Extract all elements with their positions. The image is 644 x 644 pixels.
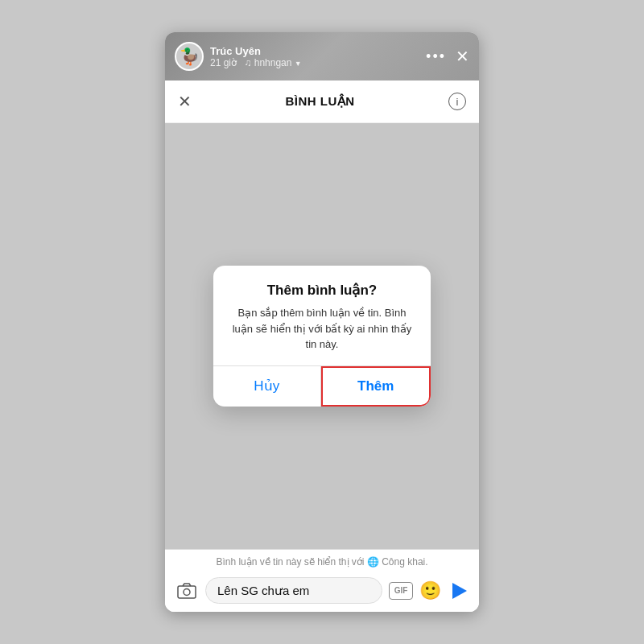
public-notice: Bình luận về tin này sẽ hiển thị với 🌐 C… bbox=[165, 550, 479, 571]
emoji-button[interactable]: 🙂 bbox=[419, 580, 441, 601]
phone-container: 🦆 Trúc Uyên 21 giờ ♫ hnhngan ▼ ••• ✕ ✕ B… bbox=[165, 32, 479, 612]
story-actions: ••• ✕ bbox=[426, 47, 469, 66]
svg-rect-2 bbox=[178, 586, 196, 598]
dialog-buttons: Hủy Thêm bbox=[213, 365, 431, 407]
story-chevron: ▼ bbox=[295, 60, 302, 68]
dialog-message: Bạn sắp thêm bình luận về tin. Bình luận… bbox=[229, 305, 415, 353]
gif-button[interactable]: GIF bbox=[389, 582, 413, 600]
close-story-icon[interactable]: ✕ bbox=[456, 47, 469, 66]
dialog-title: Thêm bình luận? bbox=[229, 282, 415, 299]
story-header: 🦆 Trúc Uyên 21 giờ ♫ hnhngan ▼ ••• ✕ bbox=[165, 32, 479, 80]
comment-input[interactable] bbox=[205, 577, 382, 604]
comment-panel-title: BÌNH LUẬN bbox=[285, 94, 354, 109]
close-comment-button[interactable]: ✕ bbox=[178, 92, 192, 111]
dialog-overlay: Thêm bình luận? Bạn sắp thêm bình luận v… bbox=[165, 123, 479, 549]
story-username: Trúc Uyên bbox=[210, 45, 426, 57]
info-button[interactable]: i bbox=[448, 93, 466, 110]
avatar: 🦆 bbox=[175, 42, 204, 71]
send-button[interactable] bbox=[448, 579, 472, 603]
story-time: 21 giờ ♫ hnhngan ▼ bbox=[210, 57, 426, 68]
svg-point-3 bbox=[184, 588, 190, 595]
comment-panel: ✕ BÌNH LUẬN i Thêm bình luận? Bạn sắp th… bbox=[165, 80, 479, 612]
camera-button[interactable] bbox=[175, 579, 199, 603]
story-user-info: Trúc Uyên 21 giờ ♫ hnhngan ▼ bbox=[210, 45, 426, 68]
cancel-button[interactable]: Hủy bbox=[213, 366, 321, 407]
story-music: ♫ hnhngan bbox=[244, 57, 291, 68]
comment-header: ✕ BÌNH LUẬN i bbox=[165, 80, 479, 123]
send-icon bbox=[452, 583, 467, 599]
comment-body: Thêm bình luận? Bạn sắp thêm bình luận v… bbox=[165, 123, 479, 549]
dialog-content: Thêm bình luận? Bạn sắp thêm bình luận v… bbox=[213, 266, 431, 365]
globe-icon: 🌐 bbox=[367, 556, 382, 568]
comment-footer: Bình luận về tin này sẽ hiển thị với 🌐 C… bbox=[165, 549, 479, 612]
input-row: GIF 🙂 bbox=[165, 571, 479, 612]
confirm-button[interactable]: Thêm bbox=[321, 366, 431, 407]
more-icon[interactable]: ••• bbox=[426, 48, 446, 65]
confirmation-dialog: Thêm bình luận? Bạn sắp thêm bình luận v… bbox=[213, 266, 431, 407]
